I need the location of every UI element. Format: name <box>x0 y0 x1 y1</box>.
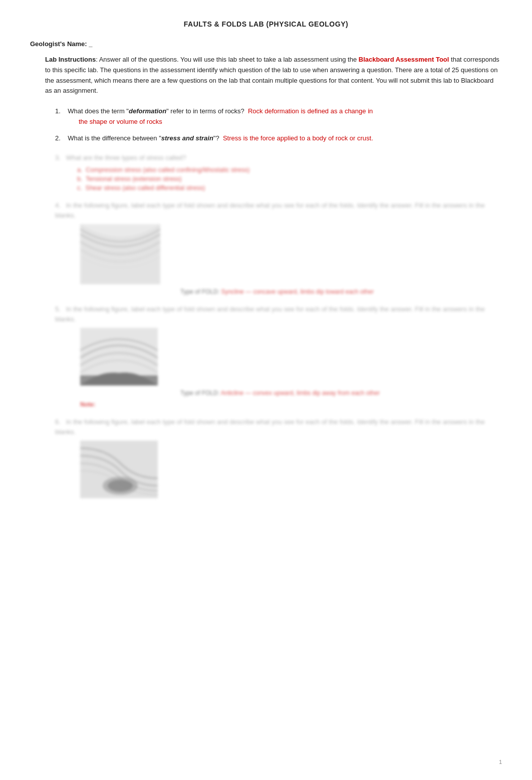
blurred-q4-image-wrapper <box>80 224 502 286</box>
question-1: 1. What does the term "deformation" refe… <box>55 106 502 127</box>
blurred-content: 3. What are the three types of stress ca… <box>30 153 502 500</box>
q2-text-after: "? <box>213 134 223 142</box>
fold-image-3 <box>80 441 158 500</box>
q1-text-before: What does the term " <box>68 107 129 115</box>
blurred-q4-answer-line: Type of FOLD: Syncline — concave upward,… <box>180 288 502 295</box>
blurred-q3-sub1: a. Compression stress (also called confi… <box>70 166 502 173</box>
lab-instructions: Lab Instructions: Answer all of the ques… <box>45 55 502 96</box>
blurred-q3-text: 3. What are the three types of stress ca… <box>55 153 502 163</box>
blurred-q3-block: 3. What are the three types of stress ca… <box>55 153 502 192</box>
blurred-q5-image-wrapper <box>80 328 502 387</box>
page-title: FAULTS & FOLDS LAB (PHYSICAL GEOLOGY) <box>30 20 502 28</box>
blurred-q5-text: 5. In the following figure, label each t… <box>55 304 502 324</box>
blurred-q6-image-wrapper <box>80 441 502 500</box>
blurred-q4-answer-text: Syncline — concave upward, limbs dip tow… <box>221 288 374 295</box>
blurred-q5-note: Note: <box>80 401 502 408</box>
blurred-q3-sub3: c. Shear stress (also called differentia… <box>70 184 502 191</box>
svg-rect-2 <box>80 375 158 385</box>
q1-number: 1. <box>55 107 66 115</box>
svg-rect-1 <box>80 328 158 385</box>
q1-bold-italic: deformation <box>129 107 166 115</box>
blackboard-tool-label: Blackboard Assessment Tool <box>359 56 449 63</box>
svg-point-4 <box>103 477 138 495</box>
blurred-q6-block: 6. In the following figure, label each t… <box>55 417 502 500</box>
geologist-name: Geologist's Name: _ <box>30 40 502 48</box>
question-2: 2. What is the difference between "stres… <box>55 133 502 144</box>
blurred-q3-sub2: b. Tensional stress (extension stress) <box>70 175 502 182</box>
instructions-text1: Answer all of the questions. You will us… <box>98 56 359 63</box>
page-number: 1 <box>499 759 502 765</box>
blurred-q5-note-bold: Note: <box>80 401 96 408</box>
blurred-q6-text: 6. In the following figure, label each t… <box>55 417 502 437</box>
blurred-q5-answer-label: Type of FOLD: <box>180 389 221 397</box>
fold-image-2 <box>80 328 158 387</box>
q1-text-after: " refer to in terms of rocks? <box>166 107 248 115</box>
q2-bold-italic: stress and strain <box>161 134 213 142</box>
blurred-q5-block: 5. In the following figure, label each t… <box>55 304 502 408</box>
q2-number: 2. <box>55 134 66 142</box>
blurred-q5-answer-line: Type of FOLD: Anticline — convex upward,… <box>180 389 502 397</box>
blurred-q4-text: 4. In the following figure, label each t… <box>55 201 502 220</box>
fold-image-1 <box>80 224 160 286</box>
svg-rect-3 <box>80 441 158 498</box>
svg-rect-0 <box>80 224 160 284</box>
instructions-label: Lab Instructions <box>45 56 96 63</box>
q2-answer: Stress is the force applied to a body of… <box>223 134 373 142</box>
blurred-q5-answer-text: Anticline — convex upward, limbs dip awa… <box>221 389 380 397</box>
questions-section: 1. What does the term "deformation" refe… <box>55 106 502 143</box>
blurred-q4-block: 4. In the following figure, label each t… <box>55 201 502 295</box>
svg-point-5 <box>108 480 133 492</box>
blurred-q4-answer-label: Type of FOLD: <box>180 288 221 295</box>
q2-text-before: What is the difference between " <box>68 134 161 142</box>
